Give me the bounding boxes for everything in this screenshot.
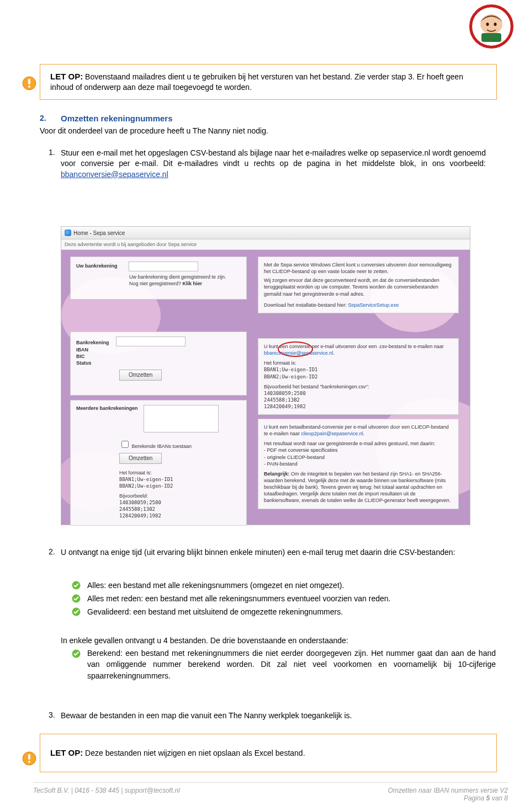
reg-line2-pre: Nog niet geregistreerd?	[129, 281, 183, 286]
ml-l4: Status	[76, 360, 241, 366]
panel-label: Uw bankrekening	[76, 263, 118, 269]
step-number-1: 1.	[49, 148, 55, 157]
berekende-checkbox[interactable]	[121, 441, 129, 448]
br-b3: - PAIN-bestand	[264, 461, 453, 467]
step-number-3: 3.	[49, 710, 55, 719]
svg-rect-4	[481, 33, 501, 42]
ml-l3: BIC	[76, 353, 241, 360]
section-title: Omzetten rekeningnummers	[61, 114, 173, 123]
callout-2-text: LET OP: Deze bestanden niet wijzigen en …	[50, 747, 486, 758]
section-number: 2.	[40, 114, 46, 122]
callout-2-body: Deze bestanden niet wijzigen en niet ops…	[83, 749, 305, 757]
mr-ex2: 2445588;13B2	[264, 397, 453, 403]
check-text-berekend: Berekend: een bestand met rekeningnummer…	[87, 648, 496, 681]
mr-fmt-h: Het formaat is:	[264, 360, 453, 366]
check-icon	[72, 594, 81, 603]
step-number-2: 2.	[49, 547, 55, 556]
ie-icon	[65, 229, 71, 236]
wc-dl-pre: Download het installatie-bestand hier:	[264, 302, 348, 308]
meerdere-textarea[interactable]	[144, 405, 219, 432]
mr-fmt1: BBAN1;Uw-eigen-ID1	[264, 366, 453, 373]
warning-icon	[22, 751, 36, 766]
step-1-text: Stuur een e-mail met het opgeslagen CSV-…	[61, 148, 486, 180]
omzetten-button-2[interactable]: Omzetten	[119, 453, 162, 464]
mr-ex1: 140308059;2580	[264, 390, 453, 397]
footer-left: TecSoft B.V. | 0416 - 538 445 | support@…	[33, 787, 180, 794]
reg-line2: Nog niet geregistreerd? Klik hier	[129, 280, 241, 287]
step-2-after: In enkele gevallen ontvangt u 4 bestande…	[61, 635, 491, 646]
check-row: Berekend: een bestand met rekeningnummer…	[72, 648, 497, 681]
wc-t2: Wij zorgen ervoor dat deze geconverteerd…	[264, 277, 453, 297]
callout-letop-2: LET OP: Deze bestanden niet wijzigen en …	[40, 734, 497, 772]
red-circle-annotation	[278, 341, 313, 357]
browser-tab-bar: Home - Sepa service	[61, 227, 470, 239]
ad-bar: Deze advertentie wordt u bij aangeboden …	[61, 239, 470, 250]
ml-l1: Bankrekening	[76, 340, 109, 345]
step-3-text: Bewaar de bestanden in een map die vanui…	[61, 710, 486, 721]
footer-page-post: van 8	[490, 794, 508, 802]
svg-rect-6	[28, 79, 30, 84]
check-row: Alles met reden: een bestand met alle re…	[72, 592, 491, 606]
wc-t1: Met de Sepa service Windows Client kunt …	[264, 261, 453, 275]
check-row: Gevalideerd: een bestand met uitsluitend…	[72, 606, 491, 619]
footer-divider	[33, 782, 508, 783]
footer-right: Omzetten naar IBAN nummers versie V2 Pag…	[388, 787, 508, 802]
clieop-link[interactable]: clieop2pain@sepaservice.nl	[301, 431, 363, 436]
bl-fmt-h: Het formaat is:	[119, 469, 241, 476]
mr-fmt2: BBAN2;Uw-eigen-ID2	[264, 373, 453, 380]
svg-rect-13	[28, 754, 30, 760]
wc-download: Download het installatie-bestand hier: S…	[264, 302, 453, 308]
bl-ex2: 2445588;1302	[119, 506, 241, 512]
check-list-1: Alles: een bestand met alle rekeningsnum…	[72, 579, 491, 618]
bl-ex-h: Bijvoorbeeld:	[119, 493, 241, 499]
omzetten-button-1[interactable]: Omzetten	[119, 370, 162, 381]
br-t2: Het resultaat wordt naar uw geregistreer…	[264, 440, 453, 447]
screenshot-body: Uw bankrekening Uw bankrekening dient ge…	[61, 250, 470, 525]
check-text: Gevalideerd: een bestand met uitsluitend…	[87, 606, 343, 619]
footer-doc-title: Omzetten naar IBAN nummers versie V2	[388, 787, 508, 794]
download-link[interactable]: SepaServiceSetup.exe	[348, 302, 399, 308]
svg-point-3	[494, 23, 497, 26]
panel-windows-client: Met de Sepa service Windows Client kunt …	[258, 257, 459, 313]
footer-page-pre: Pagina	[464, 794, 486, 802]
warning-icon	[22, 76, 36, 90]
reg-line: Uw bankrekening dient geregistreerd te z…	[129, 274, 241, 280]
bl-chk-row: Berekende IBANs toestaan	[119, 439, 241, 450]
br-b1: - PDF met conversie specificaties	[264, 447, 453, 453]
check-icon	[72, 581, 81, 590]
check-row: Alles: een bestand met alle rekeningsnum…	[72, 579, 491, 592]
step-1-body: Stuur een e-mail met het opgeslagen CSV-…	[61, 148, 486, 168]
svg-point-7	[28, 86, 30, 88]
br-imp-text: Om de integriteit te bepalen van het bes…	[264, 471, 451, 504]
callout-1-text: LET OP: Bovenstaand mailadres dient u te…	[50, 71, 486, 93]
bl-label: Meerdere bankrekeningen	[76, 405, 138, 411]
br-intro: U kunt een betaalbestand-conversie per e…	[264, 424, 453, 437]
letop-label: LET OP:	[50, 72, 83, 81]
check-text: Alles: een bestand met alle rekeningsnum…	[87, 579, 344, 592]
br-imp-label: Belangrijk:	[264, 471, 290, 477]
callout-letop-1: LET OP: Bovenstaand mailadres dient u te…	[40, 64, 497, 100]
panel-uw-bankrekening: Uw bankrekening Uw bankrekening dient ge…	[70, 257, 247, 300]
check-list-2: Berekend: een bestand met rekeningnummer…	[72, 648, 497, 681]
bankrekening-input[interactable]	[129, 261, 198, 271]
embedded-screenshot: Home - Sepa service Deze advertentie wor…	[61, 226, 470, 525]
bl-fmt1: BBAN1;Uw-eigen-ID1	[119, 476, 241, 483]
panel-clieop: U kunt een betaalbestand-conversie per e…	[258, 419, 459, 509]
panel-omzetten-single: Bankrekening IBAN BIC Status Omzetten	[70, 332, 247, 396]
mr-ex-h: Bijvoorbeeld het bestand "bankrekeningen…	[264, 383, 453, 390]
bankrekening-field[interactable]	[116, 336, 186, 346]
klik-hier-link[interactable]: Klik hier	[183, 281, 203, 286]
bl-fmt2: BBAN2;Uw-eigen-ID2	[119, 483, 241, 489]
ml-l2: IBAN	[76, 346, 241, 353]
svg-point-2	[486, 23, 489, 26]
check-icon	[72, 607, 81, 616]
panel-meerdere: Meerdere bankrekeningen Berekende IBANs …	[70, 400, 247, 526]
br-b2: - originele CLIEOP-bestand	[264, 454, 453, 461]
browser-tab-title: Home - Sepa service	[73, 230, 125, 236]
check-text: Alles met reden: een bestand met alle re…	[87, 592, 390, 606]
mr-ex3: 128420049;1982	[264, 403, 453, 410]
br-important: Belangrijk: Om de integriteit te bepalen…	[264, 471, 453, 504]
step-1-email-link[interactable]: bbanconversie@sepaservice.nl	[61, 170, 168, 179]
brand-logo	[469, 4, 513, 49]
svg-point-14	[28, 761, 30, 763]
